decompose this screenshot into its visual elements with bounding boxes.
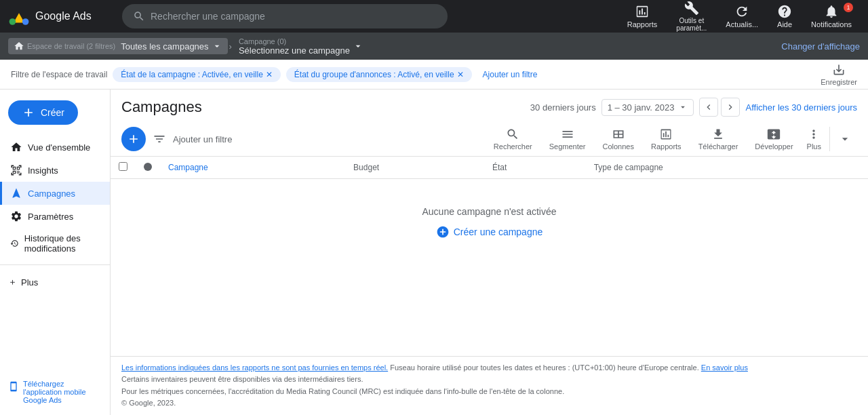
create-button[interactable]: Créer [8, 100, 78, 125]
nav-rapports-button[interactable]: Rapports [619, 1, 666, 31]
date-picker-chevron [678, 102, 688, 112]
nav-icons: Rapports Outils et paramèt... Actualis..… [619, 0, 860, 35]
search-bar[interactable] [122, 4, 448, 28]
date-nav [699, 98, 740, 117]
change-display-button[interactable]: Changer d'affichage [781, 41, 860, 52]
nav-aide-button[interactable]: Aide [769, 1, 800, 31]
breadcrumb-separator: › [229, 41, 232, 52]
sidebar-item-campagnes-label: Campagnes [28, 189, 75, 199]
settings-icon [10, 210, 22, 222]
search-toolbar-icon [506, 127, 519, 141]
campaign-value: Sélectionnez une campagne [239, 45, 350, 56]
toolbar-developer[interactable]: Développer [746, 125, 801, 153]
toolbar-collapse-button[interactable] [833, 130, 857, 149]
register-label: Enregistrer [821, 78, 857, 86]
chevron-right-icon [725, 102, 736, 113]
svg-point-1 [22, 18, 29, 25]
filter-icon-button[interactable] [149, 128, 170, 150]
create-campaign-link[interactable]: Créer une campagne [436, 225, 543, 239]
expand-icon [767, 127, 781, 141]
date-next-button[interactable] [721, 98, 740, 117]
segment-icon [561, 127, 574, 141]
filter-chip-adgroup-state[interactable]: État du groupe d'annonces : Activé, en v… [286, 67, 472, 82]
sidebar-plus-button[interactable]: ＋ Plus [0, 271, 110, 294]
insights-icon [10, 164, 22, 176]
main-layout: Créer Vue d'ensemble Insights Campagnes … [0, 90, 868, 415]
date-value: 1 – 30 janv. 2023 [608, 102, 675, 113]
toolbar-telecharger[interactable]: Télécharger [690, 125, 747, 153]
search-input[interactable] [151, 11, 437, 22]
sidebar-item-parametres[interactable]: Paramètres [0, 205, 110, 228]
sidebar-item-insights[interactable]: Insights [0, 159, 110, 182]
learn-more-link[interactable]: En savoir plus [701, 363, 748, 372]
actualiser-label: Actualis... [726, 20, 758, 28]
sidebar-item-campagnes[interactable]: Campagnes [0, 182, 110, 205]
filter-chip-campaign-state[interactable]: État de la campagne : Activée, en veille… [113, 67, 280, 82]
mrc-text: Pour les métriques concernées, l'accrédi… [121, 386, 857, 398]
copyright-text: © Google, 2023. [121, 397, 857, 410]
rapports-label: Rapports [627, 20, 658, 28]
filter-chip-adgroup-close[interactable]: ✕ [457, 70, 464, 79]
sidebar-item-historique[interactable]: Historique des modifications [0, 228, 110, 259]
workspace-label: Espace de travail (2 filtres) [27, 42, 115, 50]
filter-chip-campaign-close[interactable]: ✕ [266, 70, 273, 79]
add-filter-text[interactable]: Ajouter un filtre [173, 134, 482, 144]
toolbar-rapports[interactable]: Rapports [642, 125, 690, 153]
toolbar-separator [829, 127, 830, 151]
th-status [136, 157, 160, 179]
logo-area: Google Ads [8, 5, 117, 27]
view-link[interactable]: Afficher les 30 derniers jours [745, 102, 857, 113]
search-icon [133, 10, 145, 22]
home-sidebar-icon [10, 141, 22, 153]
date-picker[interactable]: 1 – 30 janv. 2023 [601, 99, 694, 116]
workspace-breadcrumb[interactable]: Espace de travail (2 filtres) Toutes les… [8, 38, 228, 54]
th-campaign[interactable]: Campagne [160, 157, 345, 179]
register-button[interactable]: Enregistrer [821, 63, 857, 86]
sidebar-item-parametres-label: Paramètres [28, 212, 73, 222]
nav-outils-button[interactable]: Outils et paramèt... [668, 0, 715, 35]
campaign-chevron-icon [353, 41, 363, 52]
rapports-toolbar-label: Rapports [651, 142, 682, 151]
date-range: 30 derniers jours 1 – 30 janv. 2023 Affi… [530, 98, 857, 117]
google-ads-logo-icon [8, 5, 30, 27]
notifications-badge: 1 [844, 3, 853, 12]
footer: Les informations indiquées dans les rapp… [111, 356, 868, 415]
nav-actualiser-button[interactable]: Actualis... [717, 1, 766, 31]
main-content: Campagnes 30 derniers jours 1 – 30 janv.… [111, 90, 868, 415]
filter-chip-campaign-label: État de la campagne : Activée, en veille [121, 70, 262, 79]
plus-label: Plus [21, 277, 38, 288]
campaigns-icon [10, 187, 22, 199]
toolbar-rechercher[interactable]: Rechercher [485, 125, 540, 153]
aide-label: Aide [777, 20, 792, 28]
toolbar-more-button[interactable]: Plus [802, 125, 827, 153]
download-icon [711, 127, 725, 141]
reports-toolbar-icon [659, 127, 673, 141]
toolbar-actions: Rechercher Segmenter Colonnes Rapports T… [485, 125, 857, 153]
table-area: Campagne Budget État Type de campagne Au… [111, 157, 868, 356]
plus-icon: ＋ [8, 276, 17, 288]
notifications-label: Notifications [811, 20, 852, 28]
telecharger-label: Télécharger [698, 142, 738, 151]
toolbar-segmenter[interactable]: Segmenter [540, 125, 594, 153]
developer-label: Développer [755, 142, 793, 151]
disclaimer-link[interactable]: Les informations indiquées dans les rapp… [121, 363, 388, 372]
colonnes-label: Colonnes [603, 142, 634, 151]
workspace-chevron-icon [212, 41, 222, 52]
filter-bar: Filtre de l'espace de travail État de la… [0, 60, 868, 90]
nav-notifications-button[interactable]: 1 Notifications [803, 1, 860, 31]
create-campaign-label: Créer une campagne [454, 226, 543, 237]
campaign-breadcrumb[interactable]: Campagne (0) Sélectionnez une campagne [233, 35, 369, 58]
empty-state-text: Aucune campagne n'est activée [422, 206, 556, 217]
sidebar: Créer Vue d'ensemble Insights Campagnes … [0, 90, 111, 415]
svg-point-2 [9, 18, 16, 25]
logo-text: Google Ads [35, 10, 92, 22]
sidebar-footer[interactable]: Téléchargez l'application mobile Google … [0, 374, 110, 415]
date-prev-button[interactable] [699, 98, 718, 117]
empty-state: Aucune campagne n'est activée Créer une … [111, 179, 868, 266]
add-icon [127, 132, 140, 146]
add-filter-button[interactable]: Ajouter un filtre [477, 67, 543, 82]
sidebar-item-vue-densemble[interactable]: Vue d'ensemble [0, 136, 110, 159]
add-round-button[interactable] [121, 127, 146, 151]
toolbar-colonnes[interactable]: Colonnes [594, 125, 642, 153]
select-all-checkbox[interactable] [119, 162, 127, 171]
